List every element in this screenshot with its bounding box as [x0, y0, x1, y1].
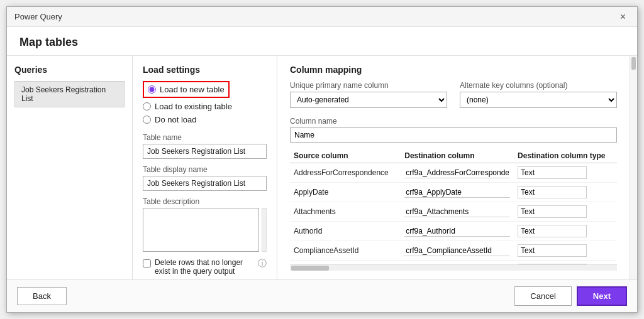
unique-col-select[interactable]: Auto-generated: [290, 92, 447, 108]
dest-col-input[interactable]: [404, 168, 510, 178]
radio-load-new-border: Load to new table: [143, 81, 230, 98]
queries-panel: Queries Job Seekers Registration List: [7, 56, 133, 279]
radio-load-new-text: Load to new table: [160, 85, 225, 94]
right-scroll-thumb: [631, 57, 636, 70]
alt-key-label: Alternate key columns (optional): [460, 81, 617, 90]
dest-type-input[interactable]: [518, 166, 587, 179]
dest-type-cell: [514, 183, 617, 202]
dest-type-input[interactable]: [518, 225, 587, 237]
radio-load-existing[interactable]: [143, 102, 151, 111]
dest-type-input[interactable]: [518, 205, 587, 218]
dialog-window: Power Query × Map tables Queries Job See…: [6, 6, 638, 313]
col-header-dest: Destination column: [401, 149, 514, 163]
mapping-top-controls: Unique primary name column Auto-generate…: [290, 81, 617, 108]
right-scrollbar: [630, 56, 637, 279]
source-col-cell: AuthorId: [290, 222, 401, 241]
textarea-scrollbar: [262, 208, 267, 252]
dest-col-input[interactable]: [404, 226, 510, 237]
column-mapping-title: Column mapping: [290, 65, 617, 75]
dest-type-cell: [514, 202, 617, 222]
query-item[interactable]: Job Seekers Registration List: [14, 81, 125, 107]
col-name-input[interactable]: [290, 127, 617, 143]
table-row: ComplianceAssetId: [290, 241, 617, 261]
textarea-wrap: [143, 208, 267, 252]
dest-col-cell: [401, 241, 514, 261]
source-col-cell: ApplyDate: [290, 183, 401, 202]
cancel-button[interactable]: Cancel: [514, 286, 571, 306]
alt-key-field: Alternate key columns (optional) (none): [460, 81, 617, 108]
table-row: Attachments: [290, 202, 617, 222]
unique-col-field: Unique primary name column Auto-generate…: [290, 81, 447, 108]
col-name-field: Column name: [290, 117, 617, 143]
col-header-type: Destination column type: [514, 149, 617, 163]
source-col-cell: Attachments: [290, 202, 401, 222]
bottom-bar: Back Cancel Next: [7, 279, 637, 312]
source-col-cell: ComplianceAssetId: [290, 241, 401, 261]
dest-type-cell: [514, 241, 617, 261]
horizontal-scrollbar[interactable]: [290, 264, 617, 271]
dest-col-cell: [401, 202, 514, 222]
h-scroll-thumb: [291, 266, 329, 271]
table-row: AddressForCorrespondence: [290, 163, 617, 183]
radio-do-not-load[interactable]: [143, 116, 151, 124]
close-button[interactable]: ×: [616, 10, 630, 24]
dest-col-cell: [401, 222, 514, 241]
radio-do-not-load-text: Do not load: [155, 115, 197, 124]
back-button[interactable]: Back: [17, 287, 67, 305]
radio-load-existing-text: Load to existing table: [155, 102, 232, 111]
source-col-cell: AddressForCorrespondence: [290, 163, 401, 183]
delete-rows-label: Delete rows that no longer exist in the …: [155, 258, 254, 276]
column-mapping-panel: Column mapping Unique primary name colum…: [277, 56, 630, 279]
table-row: AuthorId: [290, 222, 617, 241]
page-title: Map tables: [7, 27, 637, 56]
dest-type-cell: [514, 163, 617, 183]
unique-col-label: Unique primary name column: [290, 81, 447, 90]
content-area: Queries Job Seekers Registration List Lo…: [7, 56, 637, 279]
col-name-label: Column name: [290, 117, 617, 126]
mapping-table: Source column Destination column Destina…: [290, 149, 617, 264]
footer-btn-group: Cancel Next: [514, 286, 627, 306]
title-bar: Power Query ×: [7, 7, 637, 27]
table-description-label: Table description: [143, 197, 267, 206]
dest-col-cell: [401, 163, 514, 183]
dest-col-input[interactable]: [404, 187, 510, 198]
col-header-source: Source column: [290, 149, 401, 163]
radio-load-new[interactable]: [148, 85, 156, 94]
dest-col-cell: [401, 183, 514, 202]
radio-group: Load to new table Load to existing table…: [143, 81, 267, 124]
radio-load-existing-label[interactable]: Load to existing table: [143, 102, 267, 111]
table-name-label: Table name: [143, 133, 267, 142]
delete-rows-row: Delete rows that no longer exist in the …: [143, 258, 267, 276]
dest-type-input[interactable]: [518, 244, 587, 257]
radio-do-not-load-label[interactable]: Do not load: [143, 115, 267, 124]
dest-col-input[interactable]: [404, 207, 510, 217]
dest-type-input[interactable]: [518, 186, 587, 198]
mapping-table-body: AddressForCorrespondenceApplyDateAttachm…: [290, 163, 617, 265]
table-name-group: Table name: [143, 133, 267, 159]
queries-panel-title: Queries: [14, 65, 125, 75]
next-button[interactable]: Next: [577, 286, 627, 306]
load-settings-panel: Load settings Load to new table Load to …: [133, 56, 277, 279]
table-description-group: Table description: [143, 197, 267, 252]
load-settings-title: Load settings: [143, 65, 267, 75]
mapping-table-container: Source column Destination column Destina…: [290, 149, 617, 264]
table-description-textarea[interactable]: [143, 208, 259, 252]
dest-type-cell: [514, 222, 617, 241]
radio-load-new-label[interactable]: Load to new table: [143, 81, 267, 98]
delete-rows-checkbox[interactable]: [143, 259, 151, 268]
table-display-name-label: Table display name: [143, 165, 267, 174]
mapping-table-header-row: Source column Destination column Destina…: [290, 149, 617, 163]
table-display-name-group: Table display name: [143, 165, 267, 191]
title-bar-text: Power Query: [14, 12, 62, 21]
delete-rows-info-icon[interactable]: ⓘ: [258, 258, 267, 269]
table-name-input[interactable]: [143, 144, 267, 159]
dest-col-input[interactable]: [404, 246, 510, 256]
table-display-name-input[interactable]: [143, 176, 267, 191]
alt-key-select[interactable]: (none): [460, 92, 617, 108]
mapping-table-head: Source column Destination column Destina…: [290, 149, 617, 163]
table-row: ApplyDate: [290, 183, 617, 202]
